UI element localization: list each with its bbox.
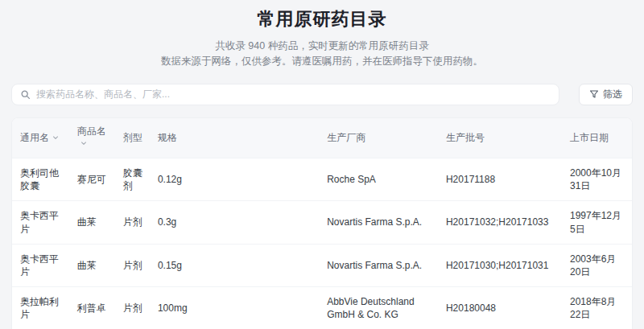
search-box[interactable] <box>11 84 559 105</box>
table-cell: 0.15g <box>150 244 319 286</box>
table-header-row: 通用名商品名剂型规格生产厂商生产批号上市日期 <box>12 118 632 158</box>
column-header[interactable]: 通用名 <box>12 118 69 158</box>
drug-table: 通用名商品名剂型规格生产厂商生产批号上市日期 奥利司他胶囊赛尼可胶囊剂0.12g… <box>12 118 632 329</box>
sort-chevron-icon[interactable] <box>77 138 88 149</box>
table-cell: H20180048 <box>438 287 562 329</box>
column-header: 生产批号 <box>438 118 562 158</box>
table-cell: 0.3g <box>150 201 319 244</box>
column-header-label: 生产批号 <box>446 132 485 143</box>
filter-button-label: 筛选 <box>603 88 622 101</box>
table-header: 通用名商品名剂型规格生产厂商生产批号上市日期 <box>12 118 632 158</box>
table-cell: Novartis Farma S.p.A. <box>319 244 438 286</box>
subtitle-line-2: 数据来源于网络，仅供参考。请遵医嘱用药，并在医师指导下使用药物。 <box>11 54 633 69</box>
search-icon <box>20 89 31 100</box>
table-cell: 片剂 <box>115 287 150 329</box>
table-cell: Novartis Farma S.p.A. <box>319 201 438 244</box>
column-header-label: 剂型 <box>123 132 142 143</box>
page-subtitle: 共收录 940 种药品，实时更新的常用原研药目录 数据来源于网络，仅供参考。请遵… <box>11 39 633 70</box>
table-cell: Roche SpA <box>319 158 438 200</box>
table-cell: 奥利司他胶囊 <box>12 158 69 200</box>
filter-button[interactable]: 筛选 <box>579 84 633 105</box>
table-cell: 1997年12月5日 <box>562 201 632 244</box>
page-header: 常用原研药目录 共收录 940 种药品，实时更新的常用原研药目录 数据来源于网络… <box>11 0 633 70</box>
table-row[interactable]: 奥卡西平片曲莱片剂0.15gNovartis Farma S.p.A.H2017… <box>12 244 632 286</box>
column-header-label: 通用名 <box>20 132 49 143</box>
column-header: 生产厂商 <box>319 118 438 158</box>
search-input[interactable] <box>36 88 551 100</box>
column-header-label: 上市日期 <box>570 132 609 143</box>
table-cell: 曲莱 <box>69 244 115 286</box>
drug-table-card: 通用名商品名剂型规格生产厂商生产批号上市日期 奥利司他胶囊赛尼可胶囊剂0.12g… <box>11 117 633 329</box>
subtitle-line-1: 共收录 940 种药品，实时更新的常用原研药目录 <box>11 39 633 54</box>
table-row[interactable]: 奥卡西平片曲莱片剂0.3gNovartis Farma S.p.A.H20171… <box>12 201 632 244</box>
table-cell: 赛尼可 <box>69 158 115 200</box>
table-cell: 2003年6月20日 <box>562 244 632 286</box>
drug-catalog-page: 常用原研药目录 共收录 940 种药品，实时更新的常用原研药目录 数据来源于网络… <box>0 0 644 329</box>
toolbar: 筛选 <box>11 84 633 105</box>
table-cell: 2018年8月22日 <box>562 287 632 329</box>
table-cell: 奥卡西平片 <box>12 244 69 286</box>
page-title: 常用原研药目录 <box>11 7 633 31</box>
column-header-label: 生产厂商 <box>327 132 365 143</box>
column-header[interactable]: 商品名 <box>69 118 115 158</box>
column-header: 剂型 <box>115 118 150 158</box>
table-cell: 奥卡西平片 <box>12 201 69 244</box>
column-header: 上市日期 <box>562 118 632 158</box>
funnel-icon <box>589 89 599 99</box>
table-cell: 胶囊剂 <box>115 158 150 200</box>
table-row[interactable]: 奥拉帕利片利普卓片剂100mgAbbVie Deutschland GmbH &… <box>12 287 632 329</box>
table-cell: 奥拉帕利片 <box>12 287 69 329</box>
column-header-label: 规格 <box>158 132 177 143</box>
table-body: 奥利司他胶囊赛尼可胶囊剂0.12gRoche SpAH201711882000年… <box>12 158 632 329</box>
table-cell: 0.12g <box>150 158 319 200</box>
table-cell: H20171032;H20171033 <box>438 201 562 244</box>
table-cell: 利普卓 <box>69 287 115 329</box>
table-cell: 100mg <box>150 287 319 329</box>
table-cell: 2000年10月31日 <box>562 158 632 200</box>
table-cell: AbbVie Deutschland GmbH & Co. KG <box>319 287 438 329</box>
column-header-label: 商品名 <box>77 125 106 137</box>
column-header: 规格 <box>150 118 319 158</box>
table-cell: H20171030;H20171031 <box>438 244 562 286</box>
table-cell: H20171188 <box>438 158 562 200</box>
table-row[interactable]: 奥利司他胶囊赛尼可胶囊剂0.12gRoche SpAH201711882000年… <box>12 158 632 200</box>
sort-chevron-icon[interactable] <box>49 132 60 143</box>
table-cell: 片剂 <box>115 201 150 244</box>
table-cell: 片剂 <box>115 244 150 286</box>
table-cell: 曲莱 <box>69 201 115 244</box>
